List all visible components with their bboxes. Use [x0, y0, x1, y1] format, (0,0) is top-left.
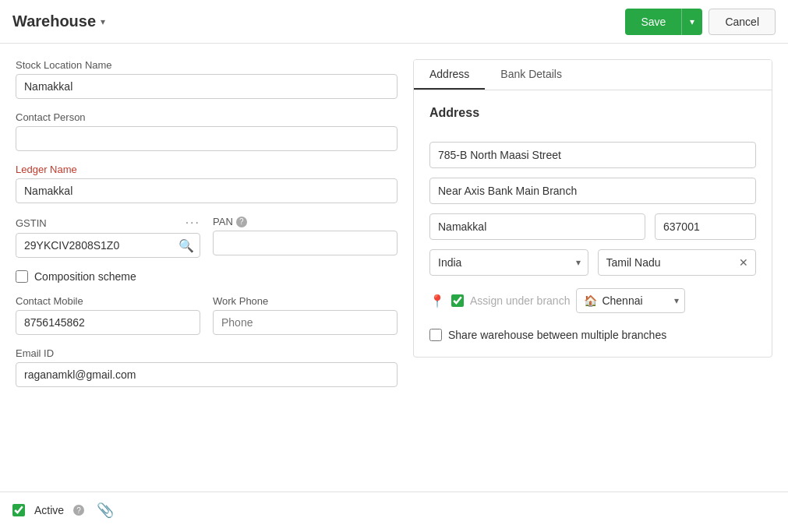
assign-under-branch-label[interactable]: Assign under branch: [470, 294, 570, 307]
addr-city-wrapper: [429, 213, 645, 240]
title-dropdown-arrow[interactable]: ▾: [101, 16, 105, 27]
work-phone-input[interactable]: [213, 310, 398, 335]
pan-input[interactable]: [213, 231, 398, 255]
save-button-group: Save ▾: [625, 9, 702, 35]
addr-country-state-row: India ▾ Tamil Nadu ✕: [429, 249, 756, 276]
addr-city-pin-row: [429, 213, 756, 240]
pan-label-row: PAN ?: [213, 216, 398, 227]
composition-scheme-row: Composition scheme: [16, 270, 398, 283]
ledger-name-input[interactable]: [16, 178, 398, 203]
contact-person-input[interactable]: [16, 126, 398, 151]
addr-pin-input[interactable]: [655, 213, 756, 240]
composition-scheme-checkbox[interactable]: [16, 270, 28, 283]
contact-mobile-input[interactable]: [16, 310, 200, 335]
country-select-wrapper: India ▾: [429, 249, 588, 276]
stock-location-name-label: Stock Location Name: [16, 59, 398, 71]
addr-pin-wrapper: [655, 213, 756, 240]
gstin-input[interactable]: [16, 233, 200, 258]
contact-person-label: Contact Person: [16, 111, 398, 123]
state-clear-icon[interactable]: ✕: [739, 256, 748, 269]
stock-location-name-input[interactable]: [16, 74, 398, 99]
gstin-group: GSTIN ··· 🔍: [16, 216, 200, 258]
ledger-name-group: Ledger Name: [16, 164, 398, 203]
stock-location-name-group: Stock Location Name: [16, 59, 398, 99]
cancel-button[interactable]: Cancel: [708, 9, 776, 35]
tab-content-address: Address India: [414, 90, 772, 357]
work-phone-label: Work Phone: [213, 295, 398, 307]
share-warehouse-checkbox[interactable]: [429, 329, 442, 341]
email-id-group: Email ID: [16, 347, 398, 387]
active-checkbox[interactable]: [12, 504, 25, 516]
gstin-label-left: GSTIN: [16, 217, 47, 229]
tab-address[interactable]: Address: [414, 60, 485, 90]
title-area: Warehouse ▾: [12, 12, 105, 30]
address-line2-input[interactable]: [429, 178, 756, 204]
branch-select-wrapper: 🏠 Chennai ▾: [576, 288, 685, 313]
gstin-label: GSTIN: [16, 217, 47, 229]
contact-mobile-label: Contact Mobile: [16, 295, 200, 307]
top-bar-actions: Save ▾ Cancel: [625, 9, 776, 35]
address-section-title: Address: [429, 106, 756, 120]
share-warehouse-row: Share warehouse between multiple branche…: [429, 329, 756, 341]
left-panel: Stock Location Name Contact Person Ledge…: [16, 59, 398, 476]
save-button[interactable]: Save: [625, 9, 681, 35]
gstin-input-wrapper: 🔍: [16, 233, 200, 258]
addr-city-input[interactable]: [429, 213, 645, 240]
address-line1-input[interactable]: [429, 142, 756, 168]
gstin-label-row: GSTIN ···: [16, 216, 200, 230]
gstin-more-options[interactable]: ···: [186, 216, 200, 230]
country-select[interactable]: India: [429, 249, 588, 276]
contact-work-row: Contact Mobile Work Phone: [16, 295, 398, 335]
location-assign-row: 📍 Assign under branch 🏠 Chennai ▾: [429, 288, 756, 313]
page-title: Warehouse: [12, 12, 96, 30]
pan-info-icon[interactable]: ?: [236, 217, 247, 227]
active-label[interactable]: Active: [34, 504, 64, 516]
attachment-icon[interactable]: 📎: [97, 502, 114, 519]
active-info-icon[interactable]: ?: [73, 505, 84, 516]
gstin-pan-row: GSTIN ··· 🔍 PAN ?: [16, 216, 398, 258]
email-id-label: Email ID: [16, 347, 398, 359]
tab-container: Address Bank Details Address: [413, 59, 772, 358]
save-dropdown-arrow[interactable]: ▾: [681, 9, 702, 35]
top-bar: Warehouse ▾ Save ▾ Cancel: [0, 0, 788, 44]
contact-mobile-group: Contact Mobile: [16, 295, 200, 335]
assign-under-branch-checkbox[interactable]: [451, 294, 464, 307]
email-id-input[interactable]: [16, 362, 398, 387]
pan-group: PAN ?: [213, 216, 398, 255]
bottom-bar: Active ? 📎: [0, 491, 788, 528]
location-pin-icon: 📍: [429, 294, 445, 308]
work-phone-group: Work Phone: [213, 295, 398, 335]
pan-label: PAN: [213, 216, 233, 227]
right-panel: Address Bank Details Address: [413, 59, 772, 476]
state-select[interactable]: Tamil Nadu: [598, 249, 757, 276]
tab-header: Address Bank Details: [414, 60, 772, 90]
state-select-wrapper: Tamil Nadu ✕: [598, 249, 757, 276]
share-warehouse-label[interactable]: Share warehouse between multiple branche…: [448, 329, 666, 341]
branch-select[interactable]: Chennai: [576, 288, 685, 313]
tab-bank-details[interactable]: Bank Details: [485, 60, 578, 90]
gstin-search-icon[interactable]: 🔍: [178, 238, 194, 253]
contact-person-group: Contact Person: [16, 111, 398, 151]
main-content: Stock Location Name Contact Person Ledge…: [0, 44, 788, 491]
ledger-name-label: Ledger Name: [16, 164, 398, 175]
address-form: Address India: [429, 106, 756, 341]
composition-scheme-label[interactable]: Composition scheme: [34, 270, 136, 283]
